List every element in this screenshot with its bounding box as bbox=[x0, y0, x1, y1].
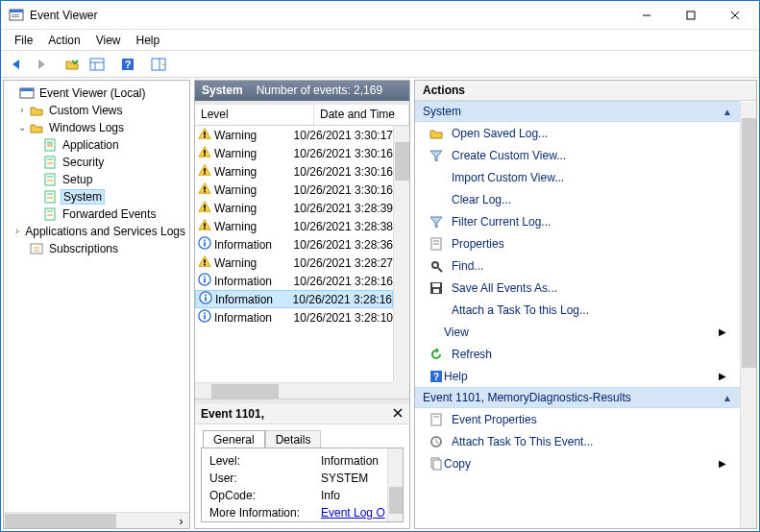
action-save-all[interactable]: Save All Events As... bbox=[415, 277, 740, 299]
action-attach-task[interactable]: Attach a Task To this Log... bbox=[415, 299, 740, 321]
event-level: Information bbox=[214, 275, 272, 288]
log-icon bbox=[42, 172, 58, 187]
event-row[interactable]: Warning10/26/2021 3:28:38 bbox=[195, 217, 393, 235]
actions-group-system[interactable]: System ▲ bbox=[415, 101, 740, 122]
column-datetime[interactable]: Date and Time bbox=[314, 105, 409, 125]
event-date: 10/26/2021 3:30:16 bbox=[291, 183, 393, 197]
action-import-custom-view[interactable]: Import Custom View... bbox=[415, 166, 740, 188]
tree-hscrollbar[interactable]: › bbox=[4, 512, 189, 528]
event-date: 10/26/2021 3:28:36 bbox=[291, 238, 393, 252]
more-info-link[interactable]: Event Log O bbox=[321, 506, 385, 520]
event-row[interactable]: Warning10/26/2021 3:30:17 bbox=[195, 126, 393, 144]
find-icon bbox=[429, 258, 444, 274]
event-level: Information bbox=[214, 311, 272, 325]
event-level: Warning bbox=[214, 202, 257, 215]
tree-forwarded[interactable]: Forwarded Events bbox=[6, 206, 187, 223]
action-refresh[interactable]: Refresh bbox=[415, 343, 740, 365]
tree-application[interactable]: Application bbox=[6, 136, 187, 154]
svg-rect-35 bbox=[204, 136, 206, 138]
action-copy[interactable]: Copy▶ bbox=[415, 452, 740, 474]
toolbar-panes2-button[interactable] bbox=[147, 54, 170, 75]
event-level: Warning bbox=[214, 147, 257, 160]
minimize-button[interactable] bbox=[625, 1, 669, 29]
svg-rect-58 bbox=[204, 315, 206, 319]
actions-vscrollbar[interactable] bbox=[740, 102, 756, 528]
actions-group-event[interactable]: Event 1101, MemoryDiagnostics-Results ▲ bbox=[415, 387, 740, 408]
log-icon bbox=[42, 137, 58, 153]
detail-close-button[interactable] bbox=[390, 405, 405, 421]
svg-rect-53 bbox=[204, 277, 206, 278]
events-vscrollbar[interactable] bbox=[393, 126, 409, 382]
event-row[interactable]: Information10/26/2021 3:28:16 bbox=[195, 272, 393, 290]
toolbar-folder-button[interactable] bbox=[61, 54, 84, 75]
action-find[interactable]: Find... bbox=[415, 254, 740, 277]
detail-vscrollbar[interactable] bbox=[387, 448, 403, 521]
close-button[interactable] bbox=[713, 1, 757, 29]
event-date: 10/26/2021 3:28:10 bbox=[291, 311, 393, 325]
svg-rect-59 bbox=[204, 313, 206, 315]
action-event-properties[interactable]: Event Properties bbox=[415, 408, 740, 430]
events-grid[interactable]: Warning10/26/2021 3:30:17Warning10/26/20… bbox=[195, 126, 393, 382]
svg-rect-43 bbox=[204, 209, 206, 211]
back-button[interactable] bbox=[5, 54, 28, 75]
field-opcode-label: OpCode: bbox=[209, 489, 321, 502]
event-row[interactable]: Information10/26/2021 3:28:16 bbox=[195, 290, 393, 308]
event-row[interactable]: Warning10/26/2021 3:30:16 bbox=[195, 144, 393, 162]
toolbar-help-button[interactable]: ? bbox=[116, 54, 139, 75]
attach-icon bbox=[429, 434, 444, 449]
tree-windows-logs[interactable]: ⌄ Windows Logs bbox=[6, 119, 187, 136]
help-icon: ? bbox=[429, 369, 444, 384]
title-bar: Event Viewer bbox=[1, 1, 759, 30]
svg-rect-24 bbox=[45, 174, 55, 185]
action-event-attach[interactable]: Attach Task To This Event... bbox=[415, 430, 740, 452]
event-row[interactable]: Information10/26/2021 3:28:36 bbox=[195, 235, 393, 254]
tree-root[interactable]: Event Viewer (Local) bbox=[6, 85, 187, 102]
action-properties[interactable]: Properties bbox=[415, 232, 740, 254]
action-filter-log[interactable]: Filter Current Log... bbox=[415, 210, 740, 232]
forward-button[interactable] bbox=[30, 54, 53, 75]
properties-icon bbox=[429, 236, 444, 252]
log-icon bbox=[42, 206, 58, 222]
svg-rect-37 bbox=[204, 155, 206, 157]
event-level: Information bbox=[214, 238, 272, 252]
svg-point-65 bbox=[432, 262, 438, 268]
tree-setup[interactable]: Setup bbox=[6, 171, 187, 188]
log-icon bbox=[42, 155, 58, 170]
tree-security[interactable]: Security bbox=[6, 154, 187, 171]
tree-custom-views[interactable]: › Custom Views bbox=[6, 102, 187, 119]
menu-file[interactable]: File bbox=[7, 32, 40, 49]
svg-rect-68 bbox=[432, 283, 440, 287]
action-help[interactable]: ?Help▶ bbox=[415, 365, 740, 387]
tree-system[interactable]: System bbox=[6, 188, 187, 206]
svg-rect-13 bbox=[152, 59, 165, 70]
tab-general[interactable]: General bbox=[203, 430, 265, 448]
field-user-value: SYSTEM bbox=[321, 472, 368, 485]
event-row[interactable]: Information10/26/2021 3:28:10 bbox=[195, 308, 393, 326]
event-row[interactable]: Warning10/26/2021 3:30:16 bbox=[195, 181, 393, 199]
menu-help[interactable]: Help bbox=[129, 32, 168, 49]
toolbar-panes-button[interactable] bbox=[86, 54, 109, 75]
svg-rect-3 bbox=[12, 16, 19, 17]
tab-details[interactable]: Details bbox=[265, 430, 322, 448]
svg-rect-2 bbox=[12, 14, 19, 15]
action-open-saved-log[interactable]: Open Saved Log... bbox=[415, 122, 740, 144]
event-row[interactable]: Warning10/26/2021 3:28:27 bbox=[195, 254, 393, 272]
column-level[interactable]: Level bbox=[195, 105, 314, 125]
action-create-custom-view[interactable]: Create Custom View... bbox=[415, 144, 740, 166]
action-clear-log[interactable]: Clear Log... bbox=[415, 188, 740, 210]
events-header-title: System bbox=[202, 81, 243, 101]
tree-app-services[interactable]: › Applications and Services Logs bbox=[6, 223, 187, 240]
menu-action[interactable]: Action bbox=[40, 32, 87, 49]
maximize-button[interactable] bbox=[669, 1, 713, 29]
action-view[interactable]: View▶ bbox=[415, 321, 740, 343]
menu-view[interactable]: View bbox=[88, 32, 129, 49]
svg-rect-1 bbox=[10, 10, 23, 12]
event-row[interactable]: Warning10/26/2021 3:28:39 bbox=[195, 199, 393, 217]
event-row[interactable]: Warning10/26/2021 3:30:16 bbox=[195, 162, 393, 181]
tree-subscriptions[interactable]: Subscriptions bbox=[6, 240, 187, 257]
events-hscrollbar[interactable] bbox=[195, 382, 393, 399]
svg-rect-78 bbox=[433, 460, 441, 470]
actions-pane: Actions System ▲ Open Saved Log... Creat… bbox=[414, 80, 757, 529]
filter-icon bbox=[429, 214, 444, 230]
events-header: System Number of events: 2,169 bbox=[195, 81, 409, 101]
